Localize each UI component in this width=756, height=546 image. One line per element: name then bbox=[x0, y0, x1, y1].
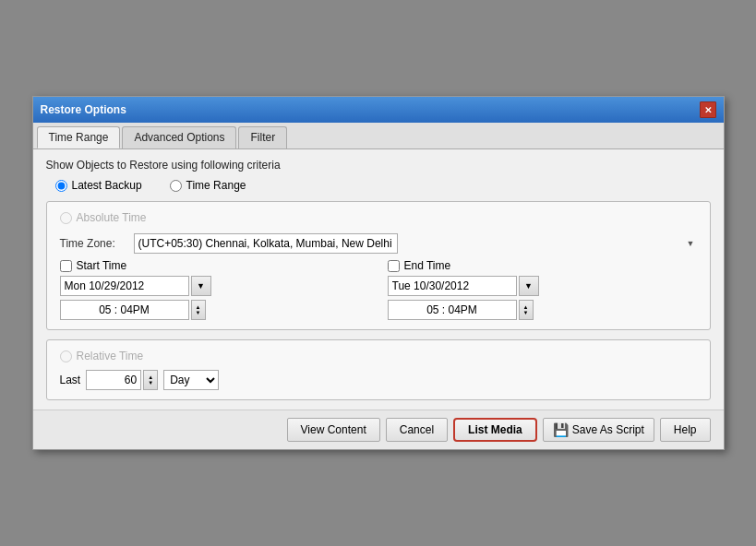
end-time-label-row: End Time bbox=[388, 259, 697, 272]
last-spinner-down[interactable]: ▼ bbox=[148, 380, 153, 386]
latest-backup-radio[interactable] bbox=[55, 180, 67, 192]
absolute-time-label: Absolute Time bbox=[77, 211, 147, 224]
relative-row: Last ▲ ▼ Day Hour Minute bbox=[60, 370, 697, 390]
title-bar: Restore Options ✕ bbox=[33, 97, 724, 123]
tab-bar: Time Range Advanced Options Filter bbox=[33, 123, 724, 149]
latest-backup-option[interactable]: Latest Backup bbox=[55, 179, 142, 192]
end-date-row: ▼ bbox=[388, 276, 697, 296]
cancel-button[interactable]: Cancel bbox=[386, 418, 448, 442]
criteria-label: Show Objects to Restore using following … bbox=[46, 159, 711, 172]
view-content-button[interactable]: View Content bbox=[287, 418, 380, 442]
backup-radio-group: Latest Backup Time Range bbox=[46, 179, 711, 192]
time-range-label: Time Range bbox=[186, 179, 246, 192]
unit-select[interactable]: Day Hour Minute bbox=[163, 370, 219, 390]
relative-time-radio[interactable] bbox=[60, 350, 72, 362]
help-button[interactable]: Help bbox=[660, 418, 711, 442]
timezone-select[interactable]: (UTC+05:30) Chennai, Kolkata, Mumbai, Ne… bbox=[134, 233, 398, 254]
end-date-dropdown-button[interactable]: ▼ bbox=[519, 276, 539, 296]
last-value-input[interactable] bbox=[86, 370, 141, 390]
end-time-spinner[interactable]: ▲ ▼ bbox=[519, 300, 534, 320]
relative-time-label: Relative Time bbox=[77, 350, 144, 362]
list-media-button[interactable]: List Media bbox=[453, 418, 537, 442]
relative-time-group: Relative Time Last ▲ ▼ Day Hour Minute bbox=[46, 339, 711, 400]
tab-time-range[interactable]: Time Range bbox=[37, 126, 121, 148]
start-date-row: ▼ bbox=[60, 276, 369, 296]
start-time-label-row: Start Time bbox=[60, 259, 369, 272]
bottom-bar: View Content Cancel List Media 💾 Save As… bbox=[33, 410, 724, 449]
absolute-time-title: Absolute Time bbox=[60, 211, 697, 224]
close-button[interactable]: ✕ bbox=[700, 101, 716, 118]
absolute-time-radio[interactable] bbox=[60, 212, 72, 224]
time-range-radio[interactable] bbox=[170, 180, 182, 192]
timezone-row: Time Zone: (UTC+05:30) Chennai, Kolkata,… bbox=[60, 233, 697, 254]
start-time-spinner[interactable]: ▲ ▼ bbox=[191, 300, 206, 320]
start-time-checkbox[interactable] bbox=[60, 260, 72, 272]
end-date-input[interactable] bbox=[388, 276, 517, 296]
start-date-input[interactable] bbox=[60, 276, 189, 296]
time-range-option[interactable]: Time Range bbox=[170, 179, 246, 192]
relative-time-title: Relative Time bbox=[60, 350, 697, 362]
end-time-label: End Time bbox=[404, 259, 451, 272]
start-date-dropdown-button[interactable]: ▼ bbox=[191, 276, 211, 296]
last-value-spinner[interactable]: ▲ ▼ bbox=[143, 370, 158, 390]
tab-advanced-options[interactable]: Advanced Options bbox=[122, 126, 236, 148]
start-spinner-down[interactable]: ▼ bbox=[196, 310, 201, 315]
last-label: Last bbox=[60, 374, 81, 386]
start-time-input[interactable] bbox=[60, 300, 189, 320]
datetime-section: Start Time ▼ ▲ ▼ bbox=[60, 259, 697, 320]
latest-backup-label: Latest Backup bbox=[72, 179, 142, 192]
restore-options-window: Restore Options ✕ Time Range Advanced Op… bbox=[32, 96, 725, 450]
start-time-row: ▲ ▼ bbox=[60, 300, 369, 320]
timezone-select-wrapper: (UTC+05:30) Chennai, Kolkata, Mumbai, Ne… bbox=[134, 233, 697, 254]
start-time-col: Start Time ▼ ▲ ▼ bbox=[60, 259, 369, 320]
start-time-label: Start Time bbox=[77, 259, 127, 272]
end-time-col: End Time ▼ ▲ ▼ bbox=[388, 259, 697, 320]
main-content: Show Objects to Restore using following … bbox=[33, 149, 724, 410]
absolute-time-group: Absolute Time Time Zone: (UTC+05:30) Che… bbox=[46, 201, 711, 330]
last-value-wrapper: ▲ ▼ bbox=[86, 370, 158, 390]
end-spinner-down[interactable]: ▼ bbox=[523, 310, 529, 315]
save-as-script-button[interactable]: 💾 Save As Script bbox=[543, 418, 654, 442]
end-time-checkbox[interactable] bbox=[388, 260, 400, 272]
save-script-icon: 💾 bbox=[553, 422, 569, 437]
end-time-row: ▲ ▼ bbox=[388, 300, 697, 320]
end-time-input[interactable] bbox=[388, 300, 517, 320]
save-script-label: Save As Script bbox=[572, 423, 644, 436]
tab-filter[interactable]: Filter bbox=[238, 126, 287, 148]
window-title: Restore Options bbox=[41, 103, 126, 116]
timezone-label: Time Zone: bbox=[60, 237, 134, 250]
